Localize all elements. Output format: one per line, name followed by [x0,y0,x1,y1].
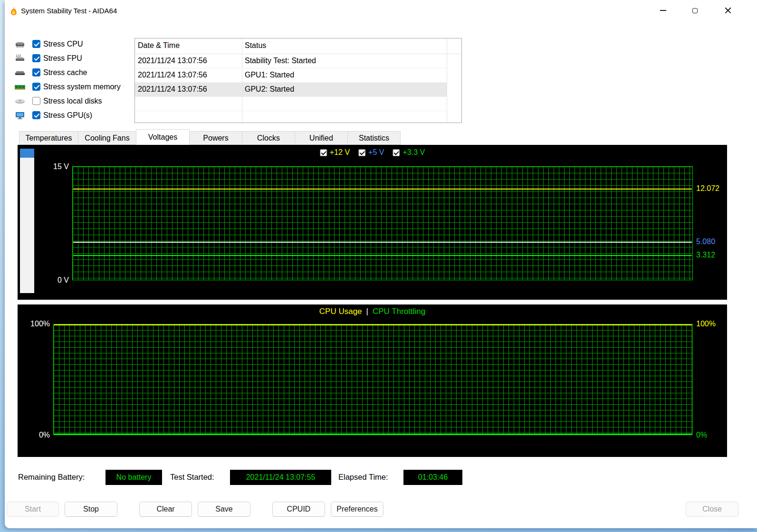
stress-cache-label: Stress cache [43,66,87,80]
tab-powers[interactable]: Powers [189,131,242,145]
stress-option-disks: Stress local disks [12,94,136,108]
stress-gpu-checkbox[interactable] [32,111,40,119]
cpu-axis-max-label: 100% [25,320,50,328]
cpu-throttling-reading: 0% [696,431,707,439]
voltage-scrollbar-thumb[interactable] [20,149,34,158]
legend-3v3-checkbox[interactable] [393,149,400,156]
desktop: System Stability Test - AIDA64 Stress CP… [0,0,757,532]
table-row[interactable]: 2021/11/24 13:07:56 Stability Test: Star… [135,54,447,68]
log-header-status: Status [245,41,266,50]
cpu-usage-title: CPU Usage [319,307,362,316]
preferences-button[interactable]: Preferences [331,502,383,517]
log-header-datetime: Date & Time [138,41,180,50]
table-row-empty [135,111,447,123]
voltage-chart-panel: +12 V +5 V +3.3 V 15 V 0 V 12.072 5.080 … [18,145,727,300]
tab-clocks[interactable]: Clocks [242,131,295,145]
cache-icon [14,68,26,77]
voltage-axis-min-label: 0 V [44,276,69,285]
stress-disks-checkbox[interactable] [32,97,40,105]
close-icon [725,7,731,14]
cpu-usage-line [54,324,692,325]
stress-fpu-checkbox[interactable] [32,54,40,62]
legend-item-3v3: +3.3 V [393,148,425,157]
minimize-button[interactable] [649,0,677,21]
table-row[interactable]: 2021/11/24 13:07:56 GPU1: Started [135,68,447,83]
test-started-value: 2021/11/24 13:07:55 [230,470,331,485]
stress-cpu-checkbox[interactable] [32,40,40,48]
clear-button[interactable]: Clear [139,502,192,517]
maximize-icon [692,8,698,13]
cpuid-button[interactable]: CPUID [272,502,325,517]
stop-button[interactable]: Stop [65,502,117,517]
reading-3v3: 3.312 [696,251,715,259]
cpu-throttling-title: CPU Throttling [373,307,425,316]
log-cell-status: Stability Test: Started [245,57,316,65]
aida64-flame-icon [8,6,18,16]
tab-cooling-fans[interactable]: Cooling Fans [78,131,136,145]
fpu-icon: 123 [14,54,26,63]
cpu-panel-title: CPU Usage | CPU Throttling [18,307,727,316]
start-button[interactable]: Start [7,502,59,517]
tab-unified[interactable]: Unified [295,131,348,145]
battery-label: Remaining Battery: [18,473,85,482]
stress-disks-label: Stress local disks [43,94,102,108]
line-3v3 [73,255,692,256]
test-started-label: Test Started: [170,473,214,482]
legend-12v-label: +12 V [330,148,350,157]
column-divider [447,38,447,123]
memory-icon [14,83,26,91]
legend-5v-checkbox[interactable] [358,149,365,156]
svg-text:123: 123 [16,54,21,57]
event-log-table[interactable]: Date & Time Status 2021/11/24 13:07:56 S… [134,38,462,123]
stress-option-cpu: Stress CPU [12,37,136,51]
cpu-plot-grid [53,324,693,435]
stress-gpu-label: Stress GPU(s) [43,108,92,123]
voltage-axis-max-label: 15 V [44,162,69,171]
tab-voltages[interactable]: Voltages [136,129,190,145]
elapsed-time-value: 01:03:46 [403,470,462,485]
stress-memory-label: Stress system memory [43,80,121,94]
save-button[interactable]: Save [198,502,250,517]
log-cell-status: GPU2: Started [245,85,294,94]
legend-3v3-label: +3.3 V [402,148,425,157]
elapsed-time-label: Elapsed Time: [338,473,388,482]
cpu-throttling-line [54,434,692,435]
stress-option-cache: Stress cache [12,66,136,80]
legend-item-5v: +5 V [358,148,384,157]
chart-tabs: Temperatures Cooling Fans Voltages Power… [19,129,400,145]
stress-cache-checkbox[interactable] [32,68,40,76]
stress-fpu-label: Stress FPU [43,51,82,66]
log-cell-datetime: 2021/11/24 13:07:56 [138,71,207,79]
close-button[interactable]: Close [686,502,738,517]
voltage-scrollbar[interactable] [20,149,34,293]
table-row[interactable]: 2021/11/24 13:07:56 GPU2: Started [135,83,447,97]
maximize-button[interactable] [681,0,709,21]
log-cell-datetime: 2021/11/24 13:07:56 [138,85,207,94]
stress-memory-checkbox[interactable] [32,83,40,91]
close-window-button[interactable] [714,0,742,21]
stress-cpu-label: Stress CPU [43,37,83,51]
reading-12v: 12.072 [696,184,719,193]
line-12v [73,189,692,190]
line-5v [73,242,692,243]
title-separator: | [366,307,368,316]
cpu-usage-panel: CPU Usage | CPU Throttling 100% 0% 100% … [18,304,727,457]
legend-item-12v: +12 V [320,148,350,157]
legend-5v-label: +5 V [368,148,384,157]
gpu-icon [14,111,26,120]
log-cell-datetime: 2021/11/24 13:07:56 [138,57,207,65]
window-title: System Stability Test - AIDA64 [21,6,117,16]
table-row-empty [135,97,447,111]
stress-option-memory: Stress system memory [12,80,136,94]
voltage-legend: +12 V +5 V +3.3 V [320,148,425,157]
stress-option-gpu: Stress GPU(s) [12,108,136,123]
tab-temperatures[interactable]: Temperatures [19,131,78,145]
tab-statistics[interactable]: Statistics [347,131,401,145]
cpu-axis-min-label: 0% [25,431,50,439]
reading-5v: 5.080 [696,238,715,246]
legend-12v-checkbox[interactable] [320,149,327,156]
battery-value: No battery [105,470,162,485]
stress-option-fpu: 123 Stress FPU [12,51,136,66]
disk-icon [14,97,26,105]
voltage-plot-grid [72,166,693,280]
